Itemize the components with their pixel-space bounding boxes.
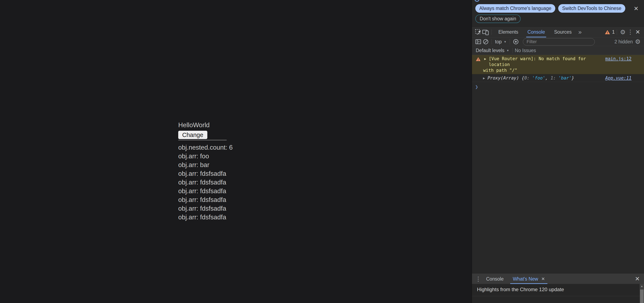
prompt-chevron-icon: ❯ bbox=[475, 84, 478, 90]
array-key: 1 bbox=[550, 75, 553, 80]
list-item: obj.arr: fdsfsadfa bbox=[178, 178, 233, 187]
context-label: top bbox=[495, 39, 502, 45]
drawer-tabbar: ⋮ Console What's New ✕ ✕ bbox=[472, 274, 644, 284]
devtools-menu-button[interactable]: ⋮ bbox=[626, 28, 634, 36]
console-filter-input[interactable] bbox=[523, 38, 595, 45]
divider bbox=[492, 39, 492, 44]
close-tab-icon[interactable]: ✕ bbox=[541, 277, 545, 282]
switch-devtools-language-button[interactable]: Switch DevTools to Chinese bbox=[558, 4, 625, 13]
brace-close: } bbox=[572, 75, 574, 80]
warning-line-2: with path "/" bbox=[483, 67, 603, 73]
kebab-menu-icon: ⋮ bbox=[475, 276, 481, 282]
array-key: 0 bbox=[524, 75, 527, 80]
devtools-settings-button[interactable]: ⚙ bbox=[619, 28, 626, 36]
drawer-tab-label: What's New bbox=[513, 276, 538, 282]
log-levels-selector[interactable]: Default levels ▼ bbox=[474, 48, 510, 53]
horizontal-rule bbox=[178, 140, 227, 140]
device-toolbar-button[interactable] bbox=[482, 28, 490, 36]
globe-icon bbox=[474, 0, 480, 2]
warning-triangle-icon bbox=[605, 30, 610, 35]
issues-status[interactable]: No Issues bbox=[515, 48, 536, 53]
console-sidebar-button[interactable] bbox=[474, 38, 482, 45]
list-item: obj.arr: fdsfsadfa bbox=[178, 196, 233, 204]
console-warning-row: ▶ [Vue Router warn]: No match found for … bbox=[472, 55, 644, 74]
proxy-label: Proxy(Array) bbox=[488, 75, 519, 80]
list-item: obj.nested.count: 6 bbox=[178, 143, 233, 152]
gear-icon: ⚙ bbox=[635, 39, 641, 45]
console-filter-bar: Default levels ▼ No Issues bbox=[472, 46, 644, 55]
devtools-panel: Always match Chrome's language Switch De… bbox=[472, 0, 644, 303]
divider bbox=[492, 29, 492, 35]
brace-open: { bbox=[519, 75, 524, 80]
list-item: obj.arr: fdsfsadfa bbox=[178, 204, 233, 213]
inspect-element-button[interactable] bbox=[474, 28, 482, 36]
close-icon: ✕ bbox=[635, 276, 640, 282]
scroll-up-arrow-icon[interactable]: ▲ bbox=[640, 285, 644, 288]
hidden-messages-toggle[interactable]: 2 hidden bbox=[614, 39, 633, 45]
scrollbar[interactable]: ▲ bbox=[640, 284, 644, 303]
page-title: HelloWorld bbox=[178, 121, 233, 129]
divider bbox=[472, 296, 640, 296]
always-match-language-button[interactable]: Always match Chrome's language bbox=[475, 4, 555, 13]
tab-elements[interactable]: Elements bbox=[494, 27, 523, 37]
source-link[interactable]: main.js:12 bbox=[605, 56, 632, 62]
drawer-tab-whats-new[interactable]: What's New ✕ bbox=[508, 274, 550, 284]
expand-arrow-icon[interactable]: ▶ bbox=[483, 76, 485, 80]
console-prompt[interactable]: ❯ bbox=[472, 82, 644, 90]
warning-message-text: [Vue Router warn]: No match found for lo… bbox=[489, 56, 603, 73]
drawer-menu-button[interactable]: ⋮ bbox=[475, 275, 482, 283]
warning-line-1: [Vue Router warn]: No match found for lo… bbox=[489, 56, 603, 67]
change-button[interactable]: Change bbox=[178, 131, 207, 139]
divider bbox=[617, 29, 617, 35]
expand-arrow-icon[interactable]: ▶ bbox=[484, 57, 486, 61]
console-settings-button[interactable]: ⚙ bbox=[634, 38, 642, 45]
scrollbar-thumb[interactable] bbox=[640, 290, 644, 303]
log-message-text: Proxy(Array) {0: 'foo', 1: 'bar'} bbox=[488, 75, 603, 81]
devtools-close-button[interactable]: ✕ bbox=[634, 28, 642, 36]
more-tabs-button[interactable]: » bbox=[576, 29, 584, 35]
chevron-down-icon: ▼ bbox=[506, 49, 509, 52]
javascript-context-selector[interactable]: top ▼ bbox=[494, 39, 508, 45]
close-icon: ✕ bbox=[635, 29, 640, 35]
colon: : bbox=[527, 75, 532, 80]
banner-close-button[interactable]: ✕ bbox=[632, 5, 640, 12]
console-log-row: ▶ Proxy(Array) {0: 'foo', 1: 'bar'} App.… bbox=[472, 74, 644, 82]
tab-console[interactable]: Console bbox=[523, 27, 550, 37]
web-page-content: HelloWorld Change obj.nested.count: 6 ob… bbox=[178, 121, 233, 222]
warning-count: 1 bbox=[612, 29, 615, 35]
drawer: ⋮ Console What's New ✕ ✕ Highlights from… bbox=[472, 274, 644, 303]
console-toolbar: top ▼ 2 hidden ⚙ bbox=[472, 37, 644, 46]
chevron-down-icon: ▼ bbox=[504, 40, 506, 43]
close-icon: ✕ bbox=[634, 6, 638, 12]
colon: : bbox=[553, 75, 558, 80]
divider bbox=[510, 39, 510, 44]
comma: , bbox=[545, 75, 550, 80]
whats-new-heading: Highlights from the Chrome 120 update bbox=[477, 287, 564, 293]
divider bbox=[512, 48, 513, 53]
kebab-menu-icon: ⋮ bbox=[628, 29, 634, 35]
dont-show-again-button[interactable]: Don't show again bbox=[475, 14, 520, 23]
levels-label: Default levels bbox=[476, 48, 504, 53]
drawer-tab-console[interactable]: Console bbox=[482, 274, 508, 284]
list-item: obj.arr: fdsfsadfa bbox=[178, 169, 233, 178]
string-value: 'bar' bbox=[558, 75, 572, 80]
whats-new-panel: Highlights from the Chrome 120 update ▲ bbox=[472, 284, 644, 303]
list-item: obj.arr: bar bbox=[178, 161, 233, 169]
gear-icon: ⚙ bbox=[620, 29, 626, 35]
list-item: obj.arr: fdsfsadfa bbox=[178, 187, 233, 196]
live-expression-button[interactable] bbox=[512, 38, 520, 45]
console-messages: ▶ [Vue Router warn]: No match found for … bbox=[472, 55, 644, 274]
list-item: obj.arr: foo bbox=[178, 152, 233, 161]
eye-icon bbox=[513, 39, 519, 45]
language-banner: Always match Chrome's language Switch De… bbox=[472, 0, 644, 26]
drawer-close-button[interactable]: ✕ bbox=[634, 275, 641, 283]
clear-icon bbox=[482, 39, 489, 45]
clear-console-button[interactable] bbox=[482, 38, 490, 45]
warnings-badge[interactable]: 1 bbox=[605, 29, 615, 35]
tab-sources[interactable]: Sources bbox=[550, 27, 576, 37]
language-banner-actions: Always match Chrome's language Switch De… bbox=[475, 4, 625, 13]
sidebar-panel-icon bbox=[475, 39, 481, 45]
devtools-tabbar: Elements Console Sources » 1 ⚙ ⋮ ✕ bbox=[472, 26, 644, 37]
warning-triangle-icon bbox=[476, 57, 481, 61]
source-link[interactable]: App.vue:11 bbox=[605, 75, 632, 81]
